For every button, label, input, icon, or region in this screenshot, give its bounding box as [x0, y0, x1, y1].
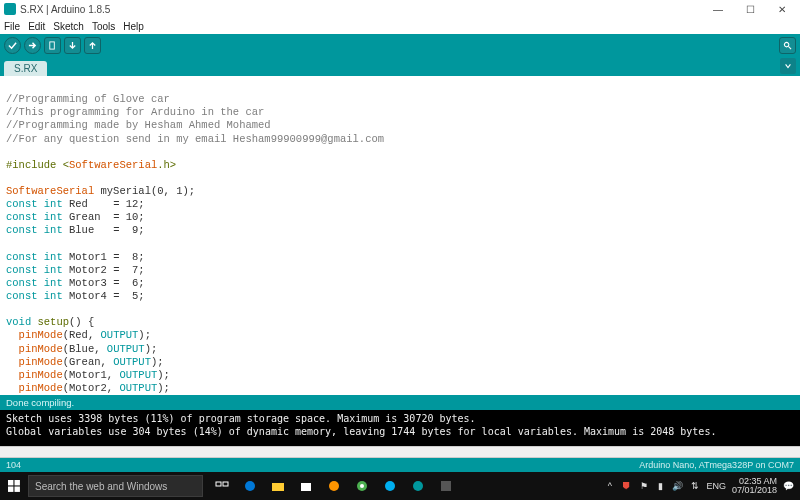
- code-token: (Red,: [63, 329, 101, 341]
- search-input[interactable]: Search the web and Windows: [28, 475, 203, 497]
- tab-sketch[interactable]: S.RX: [4, 61, 47, 76]
- tray-language[interactable]: ENG: [706, 481, 726, 491]
- tray-clock[interactable]: 02:35 AM 07/01/2018: [732, 477, 777, 495]
- code-token: #include <: [6, 159, 69, 171]
- code-token: const int: [6, 224, 63, 236]
- search-placeholder: Search the web and Windows: [35, 481, 167, 492]
- code-token: (Motor2,: [63, 382, 120, 394]
- tray-flag-icon[interactable]: ⚑: [638, 481, 649, 492]
- svg-rect-4: [8, 486, 13, 491]
- tray-battery-icon[interactable]: ▮: [655, 481, 666, 492]
- code-token: OUTPUT: [107, 343, 145, 355]
- menu-tools[interactable]: Tools: [92, 21, 115, 32]
- code-token: SoftwareSerial: [69, 159, 157, 171]
- code-line: //This programming for Arduino in the ca…: [6, 106, 264, 118]
- open-button[interactable]: [64, 37, 81, 54]
- svg-rect-2: [8, 480, 13, 485]
- menu-help[interactable]: Help: [123, 21, 144, 32]
- menu-file[interactable]: File: [4, 21, 20, 32]
- task-view-icon[interactable]: [209, 472, 235, 500]
- code-token: SoftwareSerial: [6, 185, 94, 197]
- tray-network-icon[interactable]: ⇅: [689, 481, 700, 492]
- svg-rect-16: [441, 481, 451, 491]
- verify-button[interactable]: [4, 37, 21, 54]
- code-token: pinMode: [19, 356, 63, 368]
- chrome-icon[interactable]: [349, 472, 375, 500]
- svg-point-14: [385, 481, 395, 491]
- svg-point-1: [784, 42, 789, 47]
- code-token: () {: [69, 316, 94, 328]
- code-token: Motor1 = 8;: [63, 251, 145, 263]
- svg-point-8: [245, 481, 255, 491]
- svg-point-13: [360, 484, 364, 488]
- code-token: pinMode: [19, 369, 63, 381]
- menubar: File Edit Sketch Tools Help: [0, 18, 800, 34]
- taskbar-apps: [209, 472, 459, 500]
- code-token: mySerial(0, 1);: [94, 185, 195, 197]
- app-icon: [4, 3, 16, 15]
- code-token: void: [6, 316, 31, 328]
- minimize-button[interactable]: —: [706, 4, 730, 15]
- svg-rect-3: [14, 480, 19, 485]
- svg-rect-9: [272, 483, 284, 491]
- skype-icon[interactable]: [377, 472, 403, 500]
- svg-point-15: [413, 481, 423, 491]
- console-line: Global variables use 304 bytes (14%) of …: [6, 426, 794, 439]
- tray-shield-icon[interactable]: ⛊: [621, 481, 632, 492]
- app-icon-generic[interactable]: [433, 472, 459, 500]
- menu-sketch[interactable]: Sketch: [53, 21, 84, 32]
- start-button[interactable]: [0, 472, 28, 500]
- windows-taskbar: Search the web and Windows ^ ⛊ ⚑ ▮ 🔊 ⇅ E…: [0, 472, 800, 500]
- code-token: OUTPUT: [119, 369, 157, 381]
- svg-rect-7: [223, 482, 228, 486]
- explorer-icon[interactable]: [265, 472, 291, 500]
- code-line: //Programming made by Hesham Ahmed Moham…: [6, 119, 271, 131]
- window-titlebar: S.RX | Arduino 1.8.5 — ☐ ✕: [0, 0, 800, 18]
- close-button[interactable]: ✕: [770, 4, 794, 15]
- code-token: .h>: [157, 159, 176, 171]
- code-token: pinMode: [19, 343, 63, 355]
- menu-edit[interactable]: Edit: [28, 21, 45, 32]
- tab-menu-button[interactable]: [780, 58, 796, 74]
- code-token: pinMode: [19, 382, 63, 394]
- svg-rect-10: [301, 483, 311, 491]
- code-token: OUTPUT: [113, 356, 151, 368]
- store-icon[interactable]: [293, 472, 319, 500]
- code-token: );: [151, 356, 164, 368]
- code-token: const int: [6, 264, 63, 276]
- code-token: const int: [6, 211, 63, 223]
- tray-date: 07/01/2018: [732, 486, 777, 495]
- code-line: //For any question send in my email Hesh…: [6, 133, 384, 145]
- new-button[interactable]: [44, 37, 61, 54]
- arduino-app-icon[interactable]: [405, 472, 431, 500]
- upload-button[interactable]: [24, 37, 41, 54]
- code-token: const int: [6, 251, 63, 263]
- console-line: Sketch uses 3398 bytes (11%) of program …: [6, 413, 794, 426]
- code-token: (Blue,: [63, 343, 107, 355]
- tray-volume-icon[interactable]: 🔊: [672, 481, 683, 492]
- code-token: );: [138, 329, 151, 341]
- code-token: Red = 12;: [63, 198, 145, 210]
- tray-notifications-icon[interactable]: 💬: [783, 481, 794, 492]
- code-token: const int: [6, 198, 63, 210]
- code-editor[interactable]: //Programming of Glove car //This progra…: [0, 76, 800, 395]
- code-token: );: [157, 369, 170, 381]
- line-number: 104: [6, 460, 21, 470]
- toolbar: [0, 34, 800, 56]
- code-token: Blue = 9;: [63, 224, 145, 236]
- firefox-icon[interactable]: [321, 472, 347, 500]
- edge-icon[interactable]: [237, 472, 263, 500]
- code-token: );: [145, 343, 158, 355]
- status-message: Done compiling.: [6, 397, 74, 408]
- console-output[interactable]: Sketch uses 3398 bytes (11%) of program …: [0, 410, 800, 446]
- code-token: const int: [6, 290, 63, 302]
- horizontal-scrollbar[interactable]: [0, 446, 800, 458]
- tray-chevron-icon[interactable]: ^: [604, 481, 615, 492]
- maximize-button[interactable]: ☐: [738, 4, 762, 15]
- save-button[interactable]: [84, 37, 101, 54]
- serial-monitor-button[interactable]: [779, 37, 796, 54]
- code-token: pinMode: [19, 329, 63, 341]
- code-token: (Motor1,: [63, 369, 120, 381]
- code-token: OUTPUT: [119, 382, 157, 394]
- code-token: Motor2 = 7;: [63, 264, 145, 276]
